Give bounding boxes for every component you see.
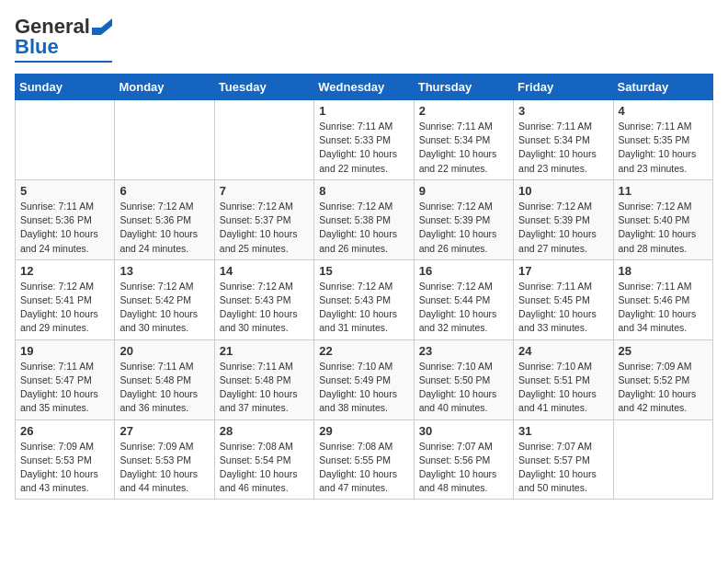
day-number: 17 <box>518 264 608 278</box>
day-number: 9 <box>419 184 508 198</box>
calendar-cell: 27 Sunrise: 7:09 AM Sunset: 5:53 PM Dayl… <box>115 419 214 500</box>
day-info: Sunrise: 7:11 AM Sunset: 5:48 PM Dayligh… <box>119 360 209 416</box>
daylight-text: Daylight: 10 hours and 23 minutes. <box>518 148 597 173</box>
daylight-text: Daylight: 10 hours and 33 minutes. <box>518 308 597 333</box>
calendar-cell: 15 Sunrise: 7:12 AM Sunset: 5:43 PM Dayl… <box>314 259 414 339</box>
sunrise-text: Sunrise: 7:11 AM <box>220 361 293 372</box>
sunset-text: Sunset: 5:36 PM <box>119 214 191 225</box>
calendar-cell: 25 Sunrise: 7:09 AM Sunset: 5:52 PM Dayl… <box>613 339 712 419</box>
day-info: Sunrise: 7:12 AM Sunset: 5:43 PM Dayligh… <box>220 280 309 336</box>
svg-marker-0 <box>92 18 112 35</box>
day-number: 20 <box>119 344 209 358</box>
calendar-cell: 26 Sunrise: 7:09 AM Sunset: 5:53 PM Dayl… <box>16 419 115 500</box>
day-number: 22 <box>319 344 408 358</box>
weekday-header-monday: Monday <box>115 75 214 100</box>
sunset-text: Sunset: 5:55 PM <box>319 454 391 465</box>
day-info: Sunrise: 7:12 AM Sunset: 5:42 PM Dayligh… <box>119 280 209 336</box>
day-number: 18 <box>619 264 708 278</box>
sunset-text: Sunset: 5:39 PM <box>419 214 491 225</box>
day-info: Sunrise: 7:12 AM Sunset: 5:39 PM Dayligh… <box>419 200 508 256</box>
daylight-text: Daylight: 10 hours and 26 minutes. <box>419 228 497 253</box>
sunset-text: Sunset: 5:57 PM <box>518 454 590 465</box>
page-header: General Blue <box>15 15 713 63</box>
day-info: Sunrise: 7:11 AM Sunset: 5:35 PM Dayligh… <box>619 120 708 176</box>
logo-bird-icon <box>92 18 112 35</box>
sunset-text: Sunset: 5:34 PM <box>518 134 590 145</box>
logo: General Blue <box>15 15 112 63</box>
sunset-text: Sunset: 5:56 PM <box>419 454 491 465</box>
day-info: Sunrise: 7:07 AM Sunset: 5:57 PM Dayligh… <box>518 440 608 496</box>
weekday-header-friday: Friday <box>514 75 613 100</box>
sunrise-text: Sunrise: 7:12 AM <box>319 281 392 292</box>
sunset-text: Sunset: 5:37 PM <box>220 214 291 225</box>
day-number: 1 <box>319 104 408 118</box>
daylight-text: Daylight: 10 hours and 22 minutes. <box>419 148 497 173</box>
sunrise-text: Sunrise: 7:11 AM <box>518 121 592 132</box>
daylight-text: Daylight: 10 hours and 29 minutes. <box>20 308 98 333</box>
daylight-text: Daylight: 10 hours and 22 minutes. <box>319 148 397 173</box>
calendar-cell <box>214 100 313 180</box>
daylight-text: Daylight: 10 hours and 32 minutes. <box>419 308 497 333</box>
day-number: 15 <box>319 264 408 278</box>
calendar-cell: 29 Sunrise: 7:08 AM Sunset: 5:55 PM Dayl… <box>314 419 414 500</box>
day-number: 3 <box>518 104 608 118</box>
sunset-text: Sunset: 5:33 PM <box>319 134 391 145</box>
day-number: 14 <box>220 264 309 278</box>
calendar-week-4: 19 Sunrise: 7:11 AM Sunset: 5:47 PM Dayl… <box>16 339 713 419</box>
day-info: Sunrise: 7:10 AM Sunset: 5:49 PM Dayligh… <box>319 360 408 416</box>
weekday-header-saturday: Saturday <box>613 75 712 100</box>
sunset-text: Sunset: 5:39 PM <box>518 214 590 225</box>
day-info: Sunrise: 7:07 AM Sunset: 5:56 PM Dayligh… <box>419 440 508 496</box>
sunset-text: Sunset: 5:50 PM <box>419 374 491 385</box>
day-info: Sunrise: 7:12 AM Sunset: 5:40 PM Dayligh… <box>619 200 708 256</box>
sunset-text: Sunset: 5:36 PM <box>20 214 92 225</box>
sunrise-text: Sunrise: 7:11 AM <box>119 361 193 372</box>
day-number: 25 <box>619 344 708 358</box>
sunset-text: Sunset: 5:48 PM <box>119 374 191 385</box>
day-number: 19 <box>20 344 109 358</box>
calendar-cell: 16 Sunrise: 7:12 AM Sunset: 5:44 PM Dayl… <box>414 259 513 339</box>
daylight-text: Daylight: 10 hours and 27 minutes. <box>518 228 597 253</box>
day-number: 26 <box>20 424 109 438</box>
day-number: 30 <box>419 424 508 438</box>
calendar-cell: 4 Sunrise: 7:11 AM Sunset: 5:35 PM Dayli… <box>613 100 712 180</box>
calendar-cell: 7 Sunrise: 7:12 AM Sunset: 5:37 PM Dayli… <box>214 179 313 259</box>
sunrise-text: Sunrise: 7:12 AM <box>119 201 193 212</box>
day-number: 23 <box>419 344 508 358</box>
day-number: 28 <box>220 424 309 438</box>
sunrise-text: Sunrise: 7:12 AM <box>619 201 692 212</box>
day-info: Sunrise: 7:12 AM Sunset: 5:39 PM Dayligh… <box>518 200 608 256</box>
sunrise-text: Sunrise: 7:11 AM <box>619 281 692 292</box>
calendar-cell: 2 Sunrise: 7:11 AM Sunset: 5:34 PM Dayli… <box>414 100 513 180</box>
day-info: Sunrise: 7:11 AM Sunset: 5:47 PM Dayligh… <box>20 360 109 416</box>
sunset-text: Sunset: 5:54 PM <box>220 454 291 465</box>
sunset-text: Sunset: 5:42 PM <box>119 294 191 305</box>
day-info: Sunrise: 7:11 AM Sunset: 5:48 PM Dayligh… <box>220 360 309 416</box>
sunrise-text: Sunrise: 7:10 AM <box>518 361 592 372</box>
daylight-text: Daylight: 10 hours and 26 minutes. <box>319 228 397 253</box>
day-info: Sunrise: 7:12 AM Sunset: 5:43 PM Dayligh… <box>319 280 408 336</box>
sunrise-text: Sunrise: 7:09 AM <box>619 361 692 372</box>
calendar-cell: 19 Sunrise: 7:11 AM Sunset: 5:47 PM Dayl… <box>16 339 115 419</box>
sunset-text: Sunset: 5:41 PM <box>20 294 92 305</box>
day-info: Sunrise: 7:11 AM Sunset: 5:33 PM Dayligh… <box>319 120 408 176</box>
sunset-text: Sunset: 5:48 PM <box>220 374 291 385</box>
calendar-cell: 17 Sunrise: 7:11 AM Sunset: 5:45 PM Dayl… <box>514 259 613 339</box>
calendar-cell: 21 Sunrise: 7:11 AM Sunset: 5:48 PM Dayl… <box>214 339 313 419</box>
calendar-cell: 9 Sunrise: 7:12 AM Sunset: 5:39 PM Dayli… <box>414 179 513 259</box>
day-number: 11 <box>619 184 708 198</box>
sunrise-text: Sunrise: 7:12 AM <box>319 201 392 212</box>
sunrise-text: Sunrise: 7:12 AM <box>20 281 94 292</box>
day-info: Sunrise: 7:10 AM Sunset: 5:50 PM Dayligh… <box>419 360 508 416</box>
day-info: Sunrise: 7:11 AM Sunset: 5:34 PM Dayligh… <box>419 120 508 176</box>
daylight-text: Daylight: 10 hours and 37 minutes. <box>220 388 298 413</box>
logo-text-blue: Blue <box>15 35 59 59</box>
day-number: 27 <box>119 424 209 438</box>
day-number: 13 <box>119 264 209 278</box>
day-info: Sunrise: 7:09 AM Sunset: 5:52 PM Dayligh… <box>619 360 708 416</box>
sunrise-text: Sunrise: 7:07 AM <box>518 441 592 452</box>
sunset-text: Sunset: 5:35 PM <box>619 134 690 145</box>
day-number: 8 <box>319 184 408 198</box>
sunset-text: Sunset: 5:47 PM <box>20 374 92 385</box>
sunrise-text: Sunrise: 7:09 AM <box>119 441 193 452</box>
